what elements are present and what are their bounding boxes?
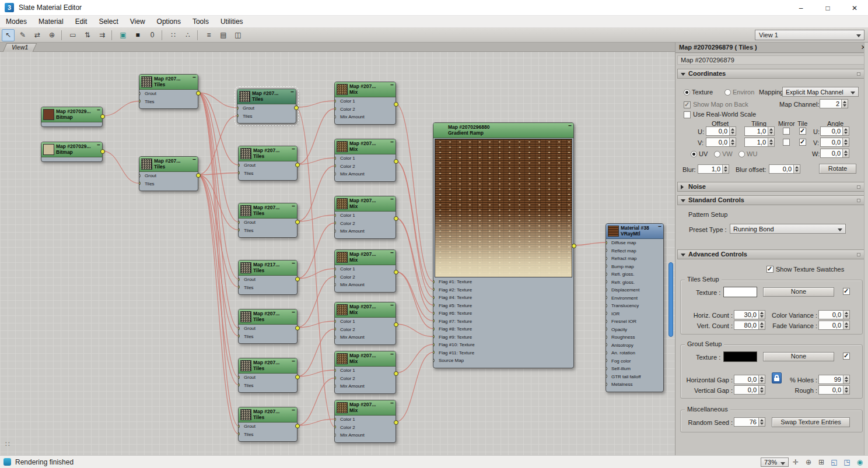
node-slot[interactable]: Mix Amount: [335, 227, 396, 235]
spinner-arrows[interactable]: [758, 375, 765, 383]
spinner-arrows[interactable]: [758, 418, 765, 426]
output-socket[interactable]: [295, 277, 300, 281]
select-by-material-icon[interactable]: ∴: [181, 29, 194, 41]
node-header[interactable]: Map #207...Tiles−: [239, 309, 297, 325]
node-header[interactable]: Map #207...Mix−: [335, 139, 396, 154]
input-socket[interactable]: [606, 358, 607, 363]
blur-offset-spinner[interactable]: 0,0: [769, 164, 800, 174]
node-graph-canvas[interactable]: Map #207029...Bitmap−Map #207029...Bitma…: [0, 43, 675, 455]
input-socket[interactable]: [239, 432, 240, 436]
graph-node-bitmap[interactable]: Map #207029...Bitmap−: [41, 107, 103, 127]
node-header[interactable]: Map #207029...Bitmap−: [41, 142, 102, 157]
mapping-combo[interactable]: Explicit Map Channel: [782, 87, 859, 97]
spinner-arrows[interactable]: [729, 127, 736, 135]
input-socket[interactable]: [606, 264, 607, 268]
zoom-region-icon[interactable]: ⊞: [816, 457, 827, 467]
input-socket[interactable]: [335, 319, 336, 323]
u-angle-spinner[interactable]: 0,0: [820, 126, 849, 136]
node-slot[interactable]: Tiles: [239, 284, 297, 292]
input-socket[interactable]: [606, 256, 607, 261]
node-header[interactable]: Map #207...Tiles−: [237, 89, 296, 104]
rollout-coordinates[interactable]: Coordinates: [677, 69, 864, 79]
input-socket[interactable]: [139, 99, 141, 103]
collapse-icon[interactable]: −: [292, 260, 295, 266]
node-header[interactable]: Map #207...Tiles−: [239, 203, 297, 219]
node-slot[interactable]: Mix Amount: [335, 281, 396, 289]
spinner-arrows[interactable]: [841, 100, 848, 108]
u-mirror-checkbox[interactable]: [783, 128, 790, 135]
node-slot[interactable]: Mix Amount: [335, 431, 396, 439]
map-channel-spinner[interactable]: 2: [820, 99, 848, 108]
node-slot[interactable]: Color 2: [335, 273, 396, 281]
rotate-button[interactable]: Rotate: [819, 164, 856, 174]
node-header[interactable]: Map #207...Tiles−: [139, 157, 198, 172]
node-slot[interactable]: Tiles: [239, 333, 297, 341]
graph-node-vraymtl[interactable]: Material #38VRayMtl−Diffuse mapReflect m…: [606, 223, 664, 392]
node-slot[interactable]: Grout: [239, 325, 297, 333]
node-slot[interactable]: Grout: [239, 161, 297, 170]
rollout-advanced-controls[interactable]: Advanced Controls: [677, 249, 864, 259]
output-socket[interactable]: [394, 371, 398, 376]
input-socket[interactable]: [433, 319, 435, 323]
node-header[interactable]: Map #217...Tiles−: [239, 261, 297, 276]
input-socket[interactable]: [606, 295, 607, 300]
graph-node-tiles[interactable]: Map #207...Tiles−GroutTiles: [238, 203, 298, 238]
node-slot[interactable]: Fog color: [606, 357, 663, 365]
node-slot[interactable]: Color 1: [335, 265, 396, 273]
node-slot[interactable]: Tiles: [139, 98, 198, 106]
collapse-icon[interactable]: −: [390, 196, 394, 202]
graph-node-gradient-ramp[interactable]: Map #2070296880Gradient Ramp−Flag #1: Te…: [433, 122, 574, 368]
view-select-combo[interactable]: View 1: [755, 30, 864, 40]
spinner-arrows[interactable]: [768, 138, 774, 146]
node-slot[interactable]: Flag #7: Texture: [433, 318, 573, 326]
node-slot[interactable]: Flag #10: Texture: [433, 341, 573, 349]
maximize-button[interactable]: □: [814, 0, 841, 16]
collapse-icon[interactable]: −: [292, 203, 295, 209]
node-slot[interactable]: Color 1: [335, 212, 396, 220]
node-slot[interactable]: Tiles: [239, 170, 297, 178]
layout-all-icon[interactable]: ≡: [202, 29, 215, 41]
node-slot[interactable]: Flag #8: Texture: [433, 325, 573, 333]
node-slot[interactable]: Opacity: [606, 326, 663, 334]
input-socket[interactable]: [433, 358, 435, 363]
spinner-arrows[interactable]: [843, 375, 849, 383]
w-angle-spinner[interactable]: 0,0: [820, 149, 849, 158]
input-socket[interactable]: [433, 327, 435, 331]
input-socket[interactable]: [239, 220, 240, 224]
collapse-icon[interactable]: −: [292, 407, 295, 413]
zoom-icon[interactable]: ⊕: [803, 457, 814, 467]
spinner-arrows[interactable]: [843, 386, 849, 394]
collapse-icon[interactable]: −: [292, 146, 295, 152]
show-shaded-material-in-viewport-icon[interactable]: ▣: [117, 29, 130, 41]
input-socket[interactable]: [239, 334, 240, 338]
input-socket[interactable]: [606, 288, 607, 292]
node-slot[interactable]: Anisotropy: [606, 342, 663, 350]
vertical-gap-spinner[interactable]: 0,0: [734, 385, 765, 395]
grout-texture-swatch[interactable]: [723, 351, 757, 362]
input-socket[interactable]: [606, 311, 607, 315]
output-socket[interactable]: [394, 159, 398, 164]
input-socket[interactable]: [335, 107, 336, 111]
input-socket[interactable]: [433, 287, 435, 291]
menu-utilities[interactable]: Utilities: [215, 16, 249, 27]
input-socket[interactable]: [606, 327, 607, 331]
input-socket[interactable]: [606, 351, 607, 355]
rollout-noise[interactable]: Noise: [677, 182, 864, 192]
zoom-level-combo[interactable]: 73%: [761, 458, 789, 467]
graph-node-tiles[interactable]: Map #207...Tiles−GroutTiles: [238, 358, 298, 393]
node-slot[interactable]: Color 2: [335, 163, 396, 171]
spinner-arrows[interactable]: [729, 138, 736, 146]
graph-node-tiles[interactable]: Map #207...Tiles−GroutTiles: [237, 89, 296, 124]
node-slot[interactable]: Refl. gloss.: [606, 270, 663, 279]
graph-node-tiles[interactable]: Map #217...Tiles−GroutTiles: [238, 260, 298, 295]
u-tile-checkbox[interactable]: [799, 128, 806, 135]
layout-children-icon[interactable]: ▤: [217, 29, 230, 41]
node-header[interactable]: Material #38VRayMtl−: [606, 224, 663, 239]
node-header[interactable]: Map #207...Mix−: [335, 302, 396, 318]
tiles-texture-swatch[interactable]: [723, 287, 757, 297]
node-slot[interactable]: Grout: [239, 423, 297, 431]
node-header[interactable]: Map #207...Mix−: [335, 400, 396, 416]
node-slot[interactable]: Flag #1: Texture: [433, 278, 573, 286]
input-socket[interactable]: [335, 156, 336, 160]
environ-radio[interactable]: [724, 89, 731, 96]
